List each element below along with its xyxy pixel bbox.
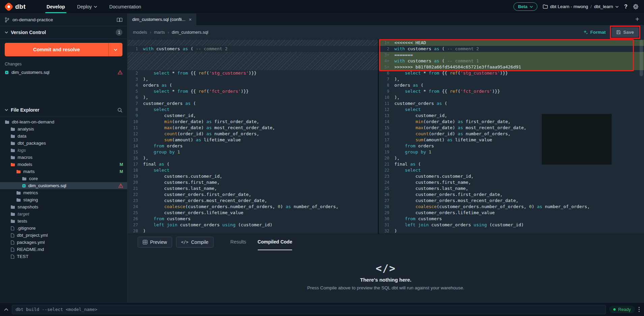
tree-item-dbt_packages[interactable]: dbt_packages (0, 140, 127, 147)
code-line[interactable]: 7customer_orders as ( (128, 100, 378, 107)
search-icon[interactable] (117, 108, 122, 113)
help-icon[interactable]: ? (624, 4, 627, 10)
nav-documentation[interactable]: Documentation (103, 0, 147, 13)
code-line[interactable]: 9 customer_id, (128, 113, 378, 119)
kebab-menu-icon[interactable] (638, 307, 640, 312)
code-line[interactable]: 32) (379, 228, 644, 234)
code-line[interactable]: 2with customers as ( -- comment 2 (379, 46, 644, 52)
code-line[interactable]: 25 customer_orders.lifetime_value (128, 210, 378, 216)
code-line[interactable]: 28 coalesce(customer_orders.number_of_or… (379, 204, 644, 210)
tree-item-tests[interactable]: tests (0, 218, 127, 225)
tree-item-data[interactable]: data (0, 133, 127, 140)
tree-item-marts[interactable]: martsM (0, 168, 127, 175)
code-line[interactable]: 13 customer_id, (379, 113, 644, 119)
tree-item-target[interactable]: target (0, 210, 127, 218)
tree-item-logs[interactable]: logs (0, 147, 127, 154)
code-line[interactable]: 20 customers.first_name, (128, 179, 378, 185)
code-line[interactable]: 20), (379, 155, 644, 161)
code-line[interactable]: 16), (128, 155, 378, 161)
chevron-up-icon[interactable] (4, 308, 8, 311)
code-line[interactable]: 11customer_orders as ( (379, 100, 644, 107)
code-line[interactable]: 30 from customers (379, 216, 644, 222)
code-line[interactable]: 23 customers.customer_id, (379, 173, 644, 179)
tree-item-core[interactable]: core (0, 175, 127, 182)
code-line[interactable]: 3), (128, 76, 378, 82)
code-line[interactable]: 19 group by 1 (379, 149, 644, 155)
code-line[interactable]: 17 sum(amount) as lifetime_value (379, 137, 644, 143)
changed-file-dim_customers[interactable]: dim_customers.sql (5, 70, 122, 75)
commit-options-caret[interactable] (108, 43, 122, 56)
code-line[interactable]: 13 sum(amount) as lifetime_value (128, 137, 378, 143)
tree-item-analysis[interactable]: analysis (0, 125, 127, 133)
dbt-logo[interactable]: dbt (0, 0, 31, 13)
format-button[interactable]: Format (583, 30, 606, 35)
code-line[interactable]: 14 from orders (128, 143, 378, 149)
code-line[interactable]: 1with customers as ( -- comment 2 (128, 46, 378, 52)
tree-item-metrics[interactable]: metrics (0, 189, 127, 196)
account-project-selector[interactable]: dbt Learn - mwong / dbt_learn (543, 4, 619, 9)
code-line[interactable]: 19 customers.customer_id, (128, 173, 378, 179)
code-line[interactable]: 8orders as ( (379, 82, 644, 88)
code-line[interactable]: 16 count(order_id) as number_of_orders, (379, 131, 644, 137)
code-line[interactable]: 12 count(order_id) as number_of_orders, (128, 131, 378, 137)
settings-gear-icon[interactable] (633, 4, 639, 9)
code-line[interactable]: 9 select * from {{ ref('fct_orders')}} (379, 88, 644, 94)
code-line[interactable]: 22 customer_orders.first_order_date, (128, 192, 378, 198)
code-line[interactable]: 5+>>>>>>> b81f802a66fd544504c65721e3ffaa… (379, 64, 644, 70)
code-line[interactable]: 6), (128, 94, 378, 100)
code-line[interactable]: 21final as ( (379, 161, 644, 167)
code-line[interactable]: 4+with customers as ( -- comment 1 (379, 58, 644, 64)
code-line[interactable]: 24 customers.first_name, (379, 179, 644, 185)
code-line[interactable]: 12 select (379, 107, 644, 113)
tree-item-TEST[interactable]: TEST (0, 253, 127, 260)
breadcrumb-item[interactable]: marts (154, 30, 165, 35)
code-line[interactable]: 21 customers.last_name, (128, 185, 378, 192)
save-button[interactable]: Save (612, 27, 639, 37)
tab-compiled-code[interactable]: Compiled Code (258, 234, 292, 250)
tree-item-models[interactable]: modelsM (0, 161, 127, 168)
code-line[interactable]: 4orders as ( (128, 82, 378, 88)
beta-toggle[interactable]: Beta (513, 2, 537, 11)
code-line[interactable]: 3+======= (379, 52, 644, 58)
tree-item-dbt_project.yml[interactable]: dbt_project.yml (0, 232, 127, 239)
code-line[interactable]: 10), (379, 94, 644, 100)
tree-item-dbt-learn-on-demand[interactable]: dbt-learn-on-demand (0, 118, 127, 125)
version-control-header[interactable]: Version Control 1 (0, 26, 127, 39)
code-line[interactable]: 25 customers.last_name, (379, 185, 644, 192)
code-line[interactable]: 15 max(order_date) as most_recent_order_… (379, 125, 644, 131)
code-line[interactable]: 17final as ( (128, 161, 378, 167)
code-line[interactable]: 11 max(order_date) as most_recent_order_… (128, 125, 378, 131)
tree-item-staging[interactable]: staging (0, 196, 127, 203)
commit-and-resolve-button[interactable]: Commit and resolve (5, 43, 108, 56)
code-line[interactable]: 26 customer_orders.first_order_date, (379, 192, 644, 198)
code-line[interactable]: 18 select (128, 167, 378, 173)
code-line[interactable]: 22 select (379, 167, 644, 173)
tab-dim_customers[interactable]: dim_customers.sql (confli... × (128, 13, 196, 25)
code-line[interactable]: 29 customer_orders.lifetime_value (379, 210, 644, 216)
status-ready[interactable]: Ready (609, 306, 635, 313)
code-line[interactable]: 15 group by 1 (128, 149, 378, 155)
code-line[interactable]: 31 left join customer_orders using (cust… (379, 222, 644, 228)
nav-develop[interactable]: Develop (40, 0, 71, 13)
code-line[interactable]: 23 customer_orders.most_recent_order_dat… (128, 198, 378, 204)
nav-deploy[interactable]: Deploy (71, 0, 104, 13)
code-line[interactable]: 24 coalesce(customer_orders.number_of_or… (128, 204, 378, 210)
tree-item-dim_customers.sql[interactable]: dim_customers.sql (0, 182, 127, 189)
new-tab-plus-icon[interactable]: + (631, 13, 644, 25)
code-line[interactable]: 1+<<<<<<< HEAD (379, 40, 644, 46)
breadcrumb-item[interactable]: dim_customers.sql (172, 30, 208, 35)
code-line[interactable]: 27 customer_orders.most_recent_order_dat… (379, 198, 644, 204)
tree-item-packages.yml[interactable]: packages.yml (0, 239, 127, 246)
editor-scrollbar-thumb[interactable] (640, 40, 643, 76)
code-line[interactable]: 26 from customers (128, 216, 378, 222)
code-line[interactable]: 28) (128, 228, 378, 234)
tab-results[interactable]: Results (230, 234, 246, 250)
close-tab-icon[interactable]: × (189, 17, 192, 22)
code-line[interactable]: 5 select * from {{ ref('fct_orders')}} (128, 88, 378, 94)
tree-item-README.md[interactable]: README.md (0, 246, 127, 253)
code-line[interactable]: 2 select * from {{ ref('stg_customers')}… (128, 70, 378, 76)
code-line[interactable]: 27 left join customer_orders using (cust… (128, 222, 378, 228)
code-line[interactable]: 6 select * from {{ ref('stg_customers')}… (379, 70, 644, 76)
branch-selector[interactable]: on-demand-practice (0, 13, 127, 26)
code-line[interactable]: 10 min(order_date) as first_order_date, (128, 119, 378, 125)
